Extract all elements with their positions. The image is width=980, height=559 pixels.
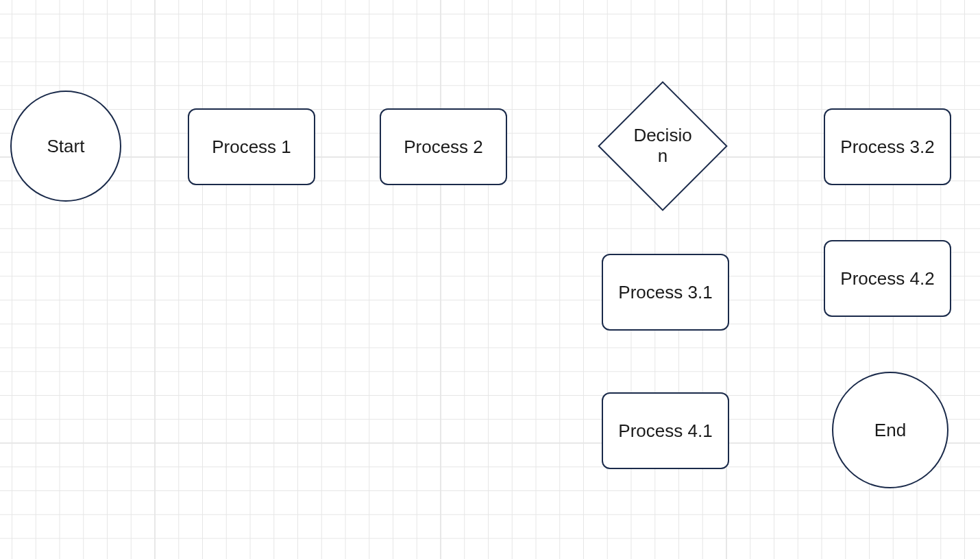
node-process-4-2-label: Process 4.2: [840, 268, 934, 289]
node-process-4-1[interactable]: Process 4.1: [602, 392, 729, 469]
node-end[interactable]: End: [832, 372, 948, 488]
node-process-1[interactable]: Process 1: [188, 108, 315, 185]
node-process-2-label: Process 2: [404, 136, 483, 158]
node-process-3-2[interactable]: Process 3.2: [824, 108, 951, 185]
node-process-4-2[interactable]: Process 4.2: [824, 240, 951, 317]
node-start[interactable]: Start: [10, 91, 121, 202]
node-start-label: Start: [47, 136, 85, 157]
node-process-1-label: Process 1: [212, 136, 291, 158]
node-process-3-2-label: Process 3.2: [840, 136, 934, 158]
node-process-3-1-label: Process 3.1: [618, 282, 712, 303]
node-process-3-1[interactable]: Process 3.1: [602, 254, 729, 331]
diagram-canvas[interactable]: Start Process 1 Process 2 Decision Proce…: [0, 0, 980, 559]
node-decision[interactable]: Decision: [617, 100, 709, 192]
node-end-label: End: [874, 420, 906, 441]
node-process-4-1-label: Process 4.1: [618, 420, 712, 442]
node-process-2[interactable]: Process 2: [380, 108, 507, 185]
node-decision-label: Decision: [632, 126, 694, 167]
